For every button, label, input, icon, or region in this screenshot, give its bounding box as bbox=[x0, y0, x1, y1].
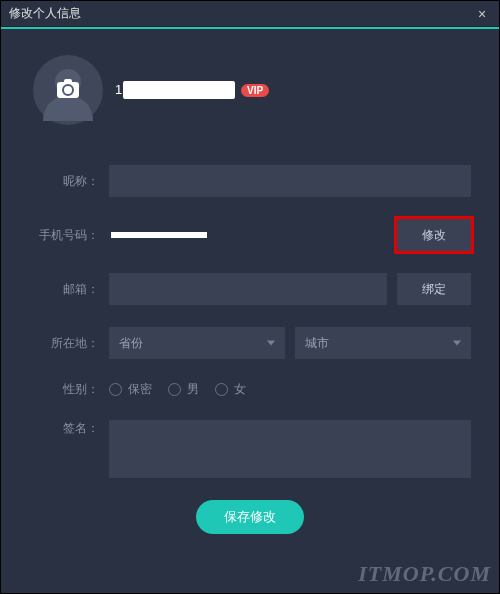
signature-input[interactable] bbox=[109, 420, 471, 478]
form: 昵称： 手机号码： 修改 邮箱： 绑定 所在地： 省份 bbox=[29, 165, 471, 534]
modify-phone-button[interactable]: 修改 bbox=[397, 219, 471, 251]
gender-option-female[interactable]: 女 bbox=[215, 381, 246, 398]
username-masked bbox=[123, 81, 235, 99]
radio-icon bbox=[168, 383, 181, 396]
camera-icon bbox=[57, 82, 79, 98]
gender-option-label: 女 bbox=[234, 381, 246, 398]
phone-value bbox=[109, 219, 387, 251]
location-label: 所在地： bbox=[29, 335, 99, 352]
signature-label: 签名： bbox=[29, 420, 99, 437]
province-select-wrap: 省份 bbox=[109, 327, 285, 359]
form-footer: 保存修改 bbox=[29, 500, 471, 534]
watermark: ITMOP.COM bbox=[358, 561, 491, 587]
profile-header: VIP bbox=[29, 55, 471, 125]
row-location: 所在地： 省份 城市 bbox=[29, 327, 471, 359]
row-signature: 签名： bbox=[29, 420, 471, 478]
bind-email-button[interactable]: 绑定 bbox=[397, 273, 471, 305]
row-gender: 性别： 保密 男 女 bbox=[29, 381, 471, 398]
vip-badge: VIP bbox=[241, 84, 269, 97]
email-label: 邮箱： bbox=[29, 281, 99, 298]
gender-option-label: 保密 bbox=[128, 381, 152, 398]
radio-icon bbox=[215, 383, 228, 396]
city-select-wrap: 城市 bbox=[295, 327, 471, 359]
close-icon[interactable]: × bbox=[473, 5, 491, 23]
phone-label: 手机号码： bbox=[29, 227, 99, 244]
nickname-input[interactable] bbox=[109, 165, 471, 197]
row-email: 邮箱： 绑定 bbox=[29, 273, 471, 305]
save-button[interactable]: 保存修改 bbox=[196, 500, 304, 534]
city-select[interactable]: 城市 bbox=[295, 327, 471, 359]
window-title: 修改个人信息 bbox=[9, 5, 473, 22]
radio-icon bbox=[109, 383, 122, 396]
gender-option-label: 男 bbox=[187, 381, 199, 398]
body: VIP 昵称： 手机号码： 修改 邮箱： 绑定 所在地： bbox=[1, 29, 499, 544]
province-select[interactable]: 省份 bbox=[109, 327, 285, 359]
row-nickname: 昵称： bbox=[29, 165, 471, 197]
email-input[interactable] bbox=[109, 273, 387, 305]
nickname-label: 昵称： bbox=[29, 173, 99, 190]
row-phone: 手机号码： 修改 bbox=[29, 219, 471, 251]
profile-edit-window: 修改个人信息 × VIP 昵称： 手机号码： 修 bbox=[0, 0, 500, 594]
gender-label: 性别： bbox=[29, 381, 99, 398]
gender-option-male[interactable]: 男 bbox=[168, 381, 199, 398]
avatar-upload[interactable] bbox=[33, 55, 103, 125]
gender-option-secret[interactable]: 保密 bbox=[109, 381, 152, 398]
titlebar: 修改个人信息 × bbox=[1, 1, 499, 27]
gender-radio-group: 保密 男 女 bbox=[109, 381, 471, 398]
user-meta: VIP bbox=[123, 81, 269, 99]
